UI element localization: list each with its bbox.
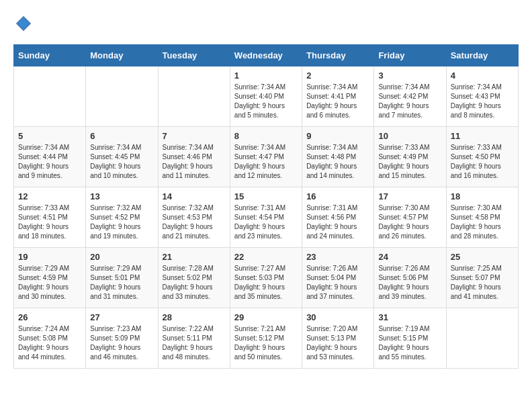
header-area [13,13,519,34]
cell-week3-day3: 15Sunrise: 7:31 AMSunset: 4:54 PMDayligh… [230,187,302,248]
day-number: 4 [451,71,514,81]
header-row: SundayMondayTuesdayWednesdayThursdayFrid… [14,45,519,66]
header-thursday: Thursday [302,45,374,66]
day-info: Sunrise: 7:34 AMSunset: 4:41 PMDaylight:… [306,83,369,120]
day-info: Sunrise: 7:32 AMSunset: 4:53 PMDaylight:… [163,203,226,241]
day-info: Sunrise: 7:20 AMSunset: 5:13 PMDaylight:… [306,324,369,362]
cell-week1-day5: 3Sunrise: 7:34 AMSunset: 4:42 PMDaylight… [374,66,446,127]
day-number: 29 [234,312,298,322]
day-number: 7 [163,131,226,141]
day-number: 30 [306,312,369,322]
cell-week5-day5: 31Sunrise: 7:19 AMSunset: 5:15 PMDayligh… [374,308,446,369]
cell-week4-day5: 24Sunrise: 7:26 AMSunset: 5:06 PMDayligh… [374,248,446,308]
header-friday: Friday [374,45,446,66]
day-number: 20 [90,252,153,262]
header-tuesday: Tuesday [158,45,230,66]
cell-week1-day4: 2Sunrise: 7:34 AMSunset: 4:41 PMDaylight… [302,66,374,127]
day-number: 19 [18,252,81,262]
cell-week3-day5: 17Sunrise: 7:30 AMSunset: 4:57 PMDayligh… [374,187,446,248]
day-number: 27 [90,312,153,322]
cell-week1-day3: 1Sunrise: 7:34 AMSunset: 4:40 PMDaylight… [230,66,302,127]
cell-week5-day0: 26Sunrise: 7:24 AMSunset: 5:08 PMDayligh… [14,308,86,369]
day-number: 23 [306,252,369,262]
day-info: Sunrise: 7:30 AMSunset: 4:57 PMDaylight:… [378,203,441,241]
cell-week4-day6: 25Sunrise: 7:25 AMSunset: 5:07 PMDayligh… [446,248,518,308]
week-row-5: 26Sunrise: 7:24 AMSunset: 5:08 PMDayligh… [14,308,519,369]
day-number: 28 [163,312,226,322]
cell-week5-day6 [446,308,518,369]
week-row-4: 19Sunrise: 7:29 AMSunset: 4:59 PMDayligh… [14,248,519,308]
cell-week2-day6: 11Sunrise: 7:33 AMSunset: 4:50 PMDayligh… [446,127,518,187]
cell-week2-day3: 8Sunrise: 7:34 AMSunset: 4:47 PMDaylight… [230,127,302,187]
header-sunday: Sunday [14,45,86,66]
day-info: Sunrise: 7:34 AMSunset: 4:42 PMDaylight:… [378,83,441,120]
cell-week1-day6: 4Sunrise: 7:34 AMSunset: 4:43 PMDaylight… [446,66,518,127]
day-number: 1 [234,71,298,81]
cell-week5-day3: 29Sunrise: 7:21 AMSunset: 5:12 PMDayligh… [230,308,302,369]
day-info: Sunrise: 7:25 AMSunset: 5:07 PMDaylight:… [451,264,514,302]
cell-week1-day0 [14,66,86,127]
day-number: 10 [378,131,441,141]
week-row-1: 1Sunrise: 7:34 AMSunset: 4:40 PMDaylight… [14,66,519,127]
cell-week2-day1: 6Sunrise: 7:34 AMSunset: 4:45 PMDaylight… [86,127,158,187]
cell-week2-day2: 7Sunrise: 7:34 AMSunset: 4:46 PMDaylight… [158,127,230,187]
day-info: Sunrise: 7:24 AMSunset: 5:08 PMDaylight:… [18,324,81,362]
cell-week4-day1: 20Sunrise: 7:29 AMSunset: 5:01 PMDayligh… [86,248,158,308]
cell-week5-day1: 27Sunrise: 7:23 AMSunset: 5:09 PMDayligh… [86,308,158,369]
day-number: 25 [451,252,514,262]
day-info: Sunrise: 7:33 AMSunset: 4:51 PMDaylight:… [18,203,81,241]
day-number: 12 [18,191,81,201]
day-info: Sunrise: 7:34 AMSunset: 4:44 PMDaylight:… [18,143,81,181]
day-info: Sunrise: 7:33 AMSunset: 4:49 PMDaylight:… [378,143,441,181]
day-number: 5 [18,131,81,141]
day-info: Sunrise: 7:31 AMSunset: 4:54 PMDaylight:… [234,203,298,241]
day-info: Sunrise: 7:29 AMSunset: 4:59 PMDaylight:… [18,264,81,302]
day-number: 2 [306,71,369,81]
day-info: Sunrise: 7:34 AMSunset: 4:45 PMDaylight:… [90,143,153,181]
cell-week2-day0: 5Sunrise: 7:34 AMSunset: 4:44 PMDaylight… [14,127,86,187]
calendar-table: SundayMondayTuesdayWednesdayThursdayFrid… [13,44,519,369]
cell-week4-day2: 21Sunrise: 7:28 AMSunset: 5:02 PMDayligh… [158,248,230,308]
cell-week3-day1: 13Sunrise: 7:32 AMSunset: 4:52 PMDayligh… [86,187,158,248]
cell-week2-day5: 10Sunrise: 7:33 AMSunset: 4:49 PMDayligh… [374,127,446,187]
day-info: Sunrise: 7:34 AMSunset: 4:48 PMDaylight:… [306,143,369,181]
day-info: Sunrise: 7:21 AMSunset: 5:12 PMDaylight:… [234,324,298,362]
cell-week1-day2 [158,66,230,127]
cell-week5-day2: 28Sunrise: 7:22 AMSunset: 5:11 PMDayligh… [158,308,230,369]
logo-icon [13,13,34,34]
cell-week5-day4: 30Sunrise: 7:20 AMSunset: 5:13 PMDayligh… [302,308,374,369]
cell-week3-day0: 12Sunrise: 7:33 AMSunset: 4:51 PMDayligh… [14,187,86,248]
day-info: Sunrise: 7:34 AMSunset: 4:46 PMDaylight:… [163,143,226,181]
week-row-2: 5Sunrise: 7:34 AMSunset: 4:44 PMDaylight… [14,127,519,187]
header-monday: Monday [86,45,158,66]
day-info: Sunrise: 7:27 AMSunset: 5:03 PMDaylight:… [234,264,298,302]
day-number: 18 [451,191,514,201]
week-row-3: 12Sunrise: 7:33 AMSunset: 4:51 PMDayligh… [14,187,519,248]
day-info: Sunrise: 7:19 AMSunset: 5:15 PMDaylight:… [378,324,441,362]
day-number: 22 [234,252,298,262]
day-info: Sunrise: 7:22 AMSunset: 5:11 PMDaylight:… [163,324,226,362]
day-number: 26 [18,312,81,322]
day-info: Sunrise: 7:33 AMSunset: 4:50 PMDaylight:… [451,143,514,181]
logo [13,13,36,34]
day-info: Sunrise: 7:26 AMSunset: 5:06 PMDaylight:… [378,264,441,302]
header-wednesday: Wednesday [230,45,302,66]
cell-week4-day0: 19Sunrise: 7:29 AMSunset: 4:59 PMDayligh… [14,248,86,308]
day-number: 17 [378,191,441,201]
day-info: Sunrise: 7:34 AMSunset: 4:47 PMDaylight:… [234,143,298,181]
cell-week1-day1 [86,66,158,127]
day-number: 31 [378,312,441,322]
day-number: 8 [234,131,298,141]
day-info: Sunrise: 7:29 AMSunset: 5:01 PMDaylight:… [90,264,153,302]
day-number: 21 [163,252,226,262]
day-info: Sunrise: 7:34 AMSunset: 4:40 PMDaylight:… [234,83,298,120]
cell-week2-day4: 9Sunrise: 7:34 AMSunset: 4:48 PMDaylight… [302,127,374,187]
day-info: Sunrise: 7:31 AMSunset: 4:56 PMDaylight:… [306,203,369,241]
day-number: 6 [90,131,153,141]
day-number: 9 [306,131,369,141]
calendar-body: 1Sunrise: 7:34 AMSunset: 4:40 PMDaylight… [14,66,519,369]
day-number: 15 [234,191,298,201]
day-number: 3 [378,71,441,81]
day-info: Sunrise: 7:26 AMSunset: 5:04 PMDaylight:… [306,264,369,302]
cell-week3-day2: 14Sunrise: 7:32 AMSunset: 4:53 PMDayligh… [158,187,230,248]
